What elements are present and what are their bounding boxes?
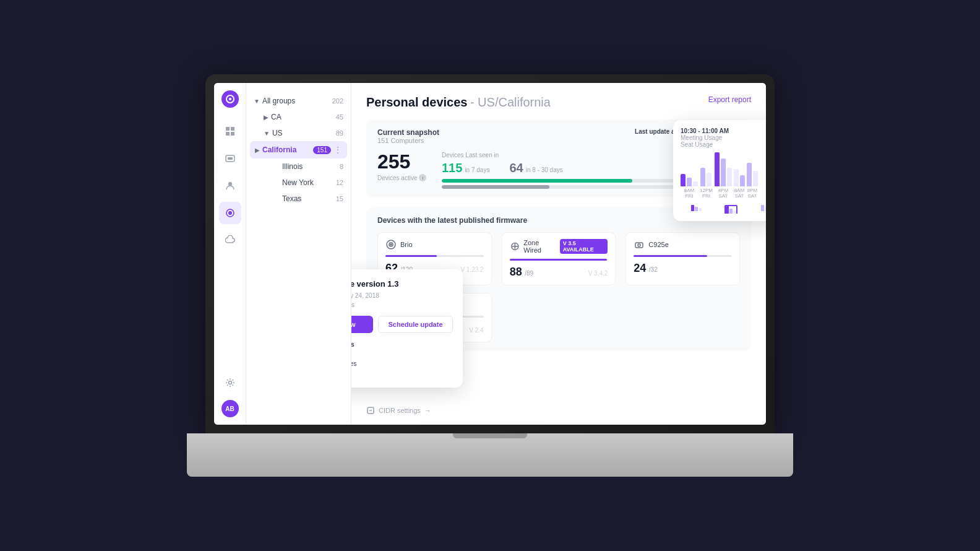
mini-bar [726,206,729,214]
nav-label: New York [273,178,336,187]
svg-point-10 [228,211,232,215]
sidebar-bottom: AB [219,371,241,417]
mini-bar [729,209,733,214]
nav-item-all-groups[interactable]: ▼ All groups 202 [246,93,351,109]
bar [707,173,711,186]
chart-area: 8AMFRI 12PMFRI [681,152,766,214]
chart-tooltip: 10:30 - 11:00 AM Meeting Usage 25% Seat … [681,128,766,148]
release-notes-bugs: Bugs [351,350,453,358]
mini-bar [698,208,702,211]
mini-bar [691,205,694,211]
info-icon[interactable]: i [419,174,426,181]
floating-card-available-since: Available since July 24, 2018 [351,292,453,299]
nav-item-texas[interactable]: Texas 15 [246,191,351,207]
firmware-card-header-zone: Zone Wired V 3.5 AVAILABLE [510,239,608,254]
export-report-link[interactable]: Export report [708,95,751,104]
firmware-progress-fill-zone [510,259,607,261]
avatar[interactable]: AB [221,400,239,417]
sidebar-item-users[interactable] [219,175,241,197]
bar [753,171,758,186]
nav-count: 15 [336,195,343,202]
device-name-brio: Brio [400,241,413,248]
floating-card-applies-to: Applies to 2 devices [351,302,453,308]
sidebar-item-rooms[interactable] [219,202,241,224]
bar [693,181,698,186]
mini-bar [695,207,698,211]
nav-count: 8 [340,163,343,170]
snapshot-title: Current snapshot [377,128,439,137]
nav-item-us[interactable]: ▼ US 89 [246,125,351,141]
app-logo[interactable] [221,90,239,108]
tooltip-row-seat: Seat Usage 90% [681,141,766,148]
snapshot-subtitle: 151 Computers [377,137,439,144]
cidr-arrow: → [424,407,431,414]
progress-bar-green [442,179,632,183]
nav-label: CA [271,113,336,121]
nav-item-ca[interactable]: ▶ CA 45 [246,109,351,125]
cidr-label: CIDR settings [379,407,421,414]
bar-chart: 8AMFRI 12PMFRI [681,152,766,201]
firmware-version-zone: V 3.4.2 [588,270,608,277]
svg-point-17 [638,244,640,246]
seen-7-count: 115 [442,161,462,175]
settings-icon[interactable] [219,371,241,394]
chevron-down-icon: ▼ [254,98,260,105]
bar [734,169,739,186]
firmware-num-zone: 88 /89 [510,266,533,279]
page-subtitle: - US/California [470,95,551,109]
version-badge-zone: V 3.5 AVAILABLE [560,239,608,254]
device-name-c925e: C925e [648,241,668,248]
sidebar-item-cloud[interactable] [219,229,241,251]
tooltip-meeting-label: Meeting Usage [681,134,722,141]
bar [681,174,686,186]
nav-label: Texas [273,194,336,203]
bar-label-5: 8PMSAT [747,188,757,199]
svg-rect-4 [226,132,230,136]
nav-label: Illinois [273,162,340,171]
mini-bar [765,207,766,211]
nav-item-new-york[interactable]: New York 12 [246,175,351,191]
seen-30-days: 64 in 8 - 30 days [509,161,562,175]
floating-card-title: Rally firmware version 1.3 [351,279,453,289]
chevron-right-icon: ▶ [264,114,269,121]
devices-active-count: 255 [377,152,427,171]
more-options-icon[interactable]: ⋮ [333,145,342,155]
bug-item: General bug fixes [351,360,453,367]
bar-group-4: 8AMSAT [734,169,745,199]
bar-label-3: 4PMSAT [718,188,728,199]
update-now-button[interactable]: Update now [351,316,373,333]
bar-group-1: 8AMFRI [681,174,698,199]
page-title-area: Personal devices - US/California [366,95,551,110]
bar-group-3: 4PMSAT [715,152,732,199]
nav-item-california[interactable]: ▶ California 151 ⋮ [250,141,347,158]
nav-count: 151 [313,146,331,154]
sidebar-item-dashboard[interactable] [219,120,241,142]
svg-point-11 [228,381,231,384]
seen-7-days: 115 in 7 days [442,161,489,175]
mini-group-3 [761,205,766,214]
tooltip-row-meeting: Meeting Usage 25% [681,134,766,141]
nav-label: All groups [262,97,332,105]
snapshot-title-area: Current snapshot 151 Computers [377,128,439,144]
nav-label: US [272,129,336,137]
svg-rect-5 [231,132,234,136]
firmware-card-header-c925e: C925e [634,239,732,250]
nav-item-illinois[interactable]: Illinois 8 [246,158,351,175]
mini-group-2 [724,205,737,214]
seen-7-label: in 7 days [465,167,489,173]
page-title: Personal devices [366,95,467,109]
schedule-update-button[interactable]: Schedule update [378,316,453,333]
sidebar-item-devices[interactable] [219,147,241,170]
devices-active-label: Devices active i [377,174,427,181]
more-link[interactable]: More [351,371,453,378]
firmware-version-brio: V 1.23.2 [460,266,483,273]
chevron-right-icon: ▶ [255,147,260,154]
nav-label: California [262,145,313,154]
bar [740,175,745,186]
chevron-down-icon: ▼ [264,130,270,137]
cidr-settings[interactable]: CIDR settings → [366,406,431,415]
firmware-version-qbert: V 2.4 [469,327,483,334]
mini-bar [761,205,764,211]
firmware-card-c925e: C925e 24 /32 [625,232,740,285]
mini-group-1 [691,205,702,214]
